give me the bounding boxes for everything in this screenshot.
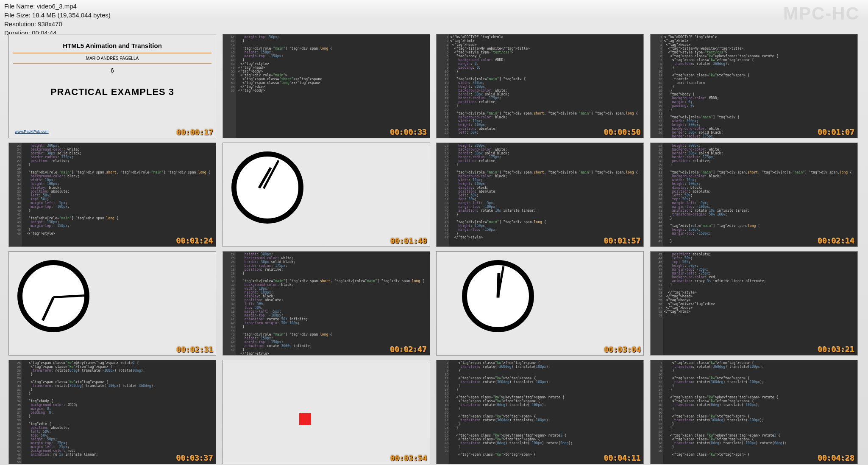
timestamp: 00:02:31 xyxy=(176,345,213,354)
thumbnail[interactable]: 4344454647484950515253545556575859 posit… xyxy=(650,251,858,356)
code-snippet: margin-top: 50px; } "tag">div[role="main… xyxy=(236,35,429,92)
slide-heading: PRACTICAL EXAMPLES 3 xyxy=(13,87,211,98)
clock-preview xyxy=(462,260,534,332)
timestamp: 00:03:54 xyxy=(390,454,427,462)
clock-preview xyxy=(17,260,89,332)
timestamp: 00:04:11 xyxy=(604,454,641,462)
thumbnail[interactable]: 2425262728293031323334353637383940414243… xyxy=(223,251,430,356)
slide-author: MARIO ANDRÉS PAGELLA xyxy=(13,53,211,64)
thumbnail[interactable]: 00:03:54 xyxy=(223,360,430,464)
code-snippet: height: 300px; background-color: white; … xyxy=(22,144,215,235)
code-snippet: height: 300px; background-color: white; … xyxy=(664,144,857,243)
timestamp: 00:00:17 xyxy=(176,128,213,137)
thumbnail[interactable]: 2425262728293031323334353637383940414243… xyxy=(650,143,858,247)
code-snippet: <!"kw">DOCTYPE "tag">html> <"tag">html> … xyxy=(664,35,857,138)
file-info: File Name: video6_3.mp4 File Size: 18.4 … xyxy=(4,2,111,37)
thumbnail[interactable]: 00:02:31 xyxy=(8,251,216,356)
code-snippet: <"tag">span class="kw">from"tag">span> {… xyxy=(664,361,857,457)
code-snippet: <"tag">span class="kw">from"tag">span> {… xyxy=(450,361,643,457)
code-snippet: height: 300px; background-color: white; … xyxy=(450,144,643,239)
timestamp: 00:03:04 xyxy=(604,345,641,354)
timestamp: 00:01:40 xyxy=(390,236,427,245)
timestamp: 00:03:37 xyxy=(176,454,213,462)
timestamp: 00:00:33 xyxy=(390,128,427,137)
thumbnail[interactable]: 00:03:04 xyxy=(436,251,644,356)
thumbnail[interactable]: 2425262728293031323334353637383940414243… xyxy=(8,360,216,464)
thumbnail[interactable]: HTML5 Animation and Transition MARIO AND… xyxy=(8,34,216,138)
slide-number: 6 xyxy=(13,67,211,74)
timestamp: 00:04:28 xyxy=(818,454,855,462)
thumbnail[interactable]: 7891011121314151617181920212223242526272… xyxy=(436,360,644,464)
thumbnail[interactable]: 00:01:40 xyxy=(223,143,430,247)
thumbnail[interactable]: 1234567891011121314151617181920212223242… xyxy=(436,34,644,138)
timestamp: 00:02:47 xyxy=(390,345,427,354)
timestamp: 00:00:50 xyxy=(604,128,641,137)
clock-preview xyxy=(231,151,303,224)
slide-footer: www.PacktPub.com xyxy=(15,129,49,134)
app-watermark: MPC-HC xyxy=(783,3,860,24)
red-square-preview xyxy=(299,413,311,425)
slide-title: HTML5 Animation and Transition xyxy=(13,39,211,53)
thumbnail[interactable]: 2324252627282930313233343536373839404142… xyxy=(436,143,644,247)
timestamp: 00:01:57 xyxy=(604,236,641,245)
timestamp: 00:01:24 xyxy=(176,236,213,245)
thumbnail[interactable]: 7891011121314151617181920212223242526272… xyxy=(650,360,858,464)
code-snippet: height: 300px; background-color: white; … xyxy=(236,252,429,356)
code-snippet: position: absolute; left: 50%; top: 50%;… xyxy=(664,252,857,314)
code-snippet: <!"kw">DOCTYPE "tag">html> <"tag">html> … xyxy=(450,35,643,134)
timestamp: 00:01:07 xyxy=(818,128,855,137)
thumbnail-grid: HTML5 Animation and Transition MARIO AND… xyxy=(8,34,860,464)
thumbnail[interactable]: 2324252627282930313233343536373839404142… xyxy=(8,143,216,247)
code-snippet: <"tag">span class="kw">@keyframes"tag">s… xyxy=(22,361,215,457)
timestamp: 00:02:14 xyxy=(818,236,855,245)
thumbnail[interactable]: 1234567891011121314151617181920212223242… xyxy=(650,34,858,138)
thumbnail[interactable]: 414243444546474849505152535455 margin-to… xyxy=(223,34,430,138)
timestamp: 00:03:21 xyxy=(818,345,855,354)
